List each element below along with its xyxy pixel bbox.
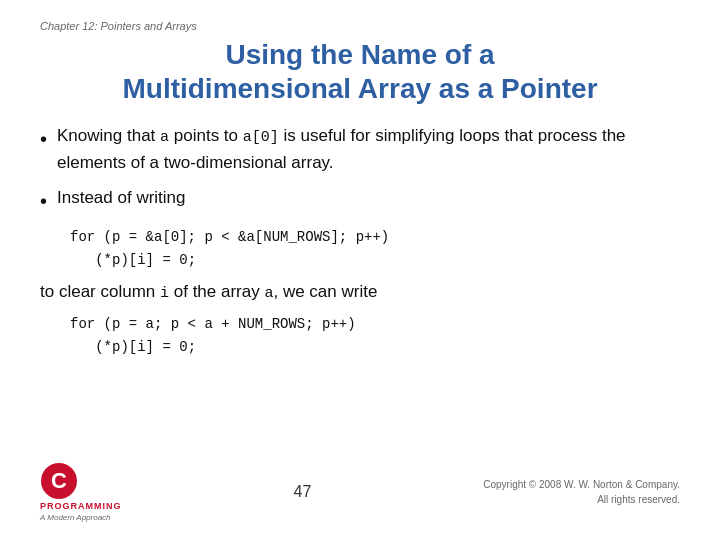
bullet-icon-2: • [40,186,47,216]
content-area: • Knowing that a points to a[0] is usefu… [40,123,680,358]
chapter-label: Chapter 12: Pointers and Arrays [40,20,680,32]
footer: C PROGRAMMING A Modern Approach 47 Copyr… [0,462,720,522]
inline-code-a: a [264,285,273,302]
copyright: Copyright © 2008 W. W. Norton & Company.… [483,477,680,507]
page-number: 47 [293,483,311,501]
bullet-text-2: Instead of writing [57,185,680,211]
inline-code-i: i [160,285,169,302]
code-line-1-1: for (p = &a[0]; p < &a[NUM_ROWS]; p++) [70,226,680,248]
logo-title: PROGRAMMING [40,501,122,511]
code-block-1: for (p = &a[0]; p < &a[NUM_ROWS]; p++) (… [70,226,680,271]
inline-code-a1: a [160,129,169,146]
code-line-2-2: (*p)[i] = 0; [70,336,680,358]
middle-text-line: to clear column i of the array a, we can… [40,279,680,306]
svg-text:C: C [51,468,67,493]
slide: Chapter 12: Pointers and Arrays Using th… [0,0,720,540]
code-block-2: for (p = a; p < a + NUM_ROWS; p++) (*p)[… [70,313,680,358]
code-line-2-1: for (p = a; p < a + NUM_ROWS; p++) [70,313,680,335]
logo-area: C PROGRAMMING A Modern Approach [40,462,122,522]
c-programming-logo: C [40,462,78,500]
inline-code-a0: a[0] [243,129,279,146]
code-line-1-2: (*p)[i] = 0; [70,249,680,271]
logo-subtitle: A Modern Approach [40,513,111,522]
bullet-icon-1: • [40,124,47,154]
slide-title: Using the Name of a Multidimensional Arr… [40,38,680,105]
bullet-item-2: • Instead of writing [40,185,680,216]
bullet-item-1: • Knowing that a points to a[0] is usefu… [40,123,680,175]
bullet-text-1: Knowing that a points to a[0] is useful … [57,123,680,175]
